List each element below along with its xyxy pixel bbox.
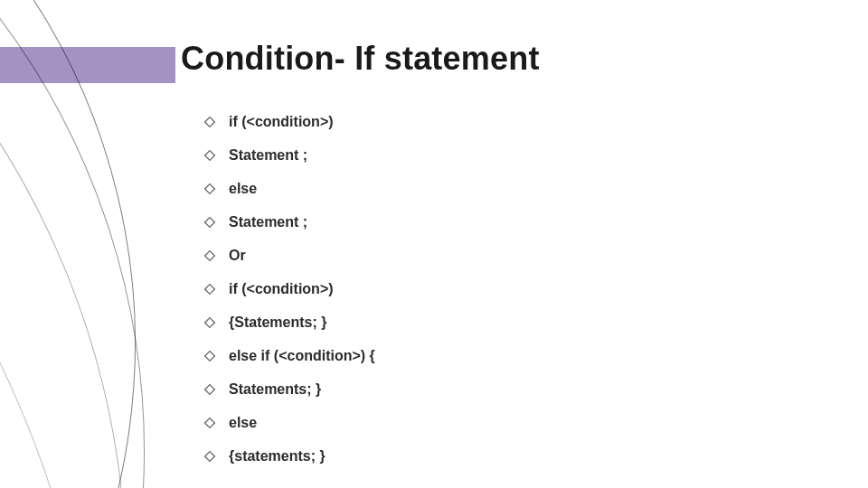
bullet-list: if (<condition>) Statement ; else Statem… bbox=[203, 105, 746, 473]
diamond-bullet-icon bbox=[203, 350, 216, 362]
list-item: Or bbox=[203, 239, 746, 272]
list-item: if (<condition>) bbox=[203, 105, 746, 138]
svg-rect-6 bbox=[205, 317, 215, 327]
diamond-bullet-icon bbox=[203, 316, 216, 329]
list-item-text: else bbox=[229, 181, 257, 197]
diamond-bullet-icon bbox=[203, 216, 216, 229]
list-item: else if (<condition>) { bbox=[203, 339, 746, 372]
svg-rect-0 bbox=[205, 117, 215, 127]
list-item: Statement ; bbox=[203, 205, 746, 239]
svg-rect-7 bbox=[205, 351, 215, 361]
diamond-bullet-icon bbox=[203, 450, 216, 463]
list-item: if (<condition>) bbox=[203, 272, 746, 305]
list-item-text: Statement ; bbox=[229, 147, 307, 164]
diamond-bullet-icon bbox=[203, 249, 216, 262]
svg-rect-4 bbox=[205, 250, 215, 260]
list-item-text: {statements; } bbox=[229, 448, 326, 465]
svg-rect-9 bbox=[205, 418, 215, 427]
diamond-bullet-icon bbox=[203, 383, 216, 396]
svg-rect-5 bbox=[205, 284, 215, 294]
list-item: {Statements; } bbox=[203, 305, 746, 339]
list-item-text: {Statements; } bbox=[229, 314, 326, 331]
slide: Condition- If statement if (<condition>)… bbox=[0, 0, 868, 488]
diamond-bullet-icon bbox=[203, 149, 216, 162]
list-item: Statement ; bbox=[203, 138, 746, 172]
diamond-bullet-icon bbox=[203, 283, 216, 296]
diamond-bullet-icon bbox=[203, 116, 216, 128]
svg-rect-1 bbox=[205, 150, 215, 160]
list-item: else bbox=[203, 172, 746, 205]
title-accent-bar bbox=[0, 47, 175, 83]
list-item: {statements; } bbox=[203, 439, 746, 473]
list-item-text: if (<condition>) bbox=[229, 114, 334, 130]
slide-title: Condition- If statement bbox=[181, 40, 540, 78]
list-item-text: else if (<condition>) { bbox=[229, 348, 375, 364]
svg-rect-8 bbox=[205, 384, 215, 394]
list-item-text: else bbox=[229, 415, 257, 431]
svg-rect-10 bbox=[205, 451, 215, 461]
list-item-text: Statements; } bbox=[229, 381, 321, 398]
diamond-bullet-icon bbox=[203, 183, 216, 195]
list-item-text: Statement ; bbox=[229, 214, 307, 230]
list-item-text: Or bbox=[229, 248, 246, 264]
list-item: Statements; } bbox=[203, 372, 746, 406]
svg-rect-3 bbox=[205, 217, 215, 227]
diamond-bullet-icon bbox=[203, 417, 216, 429]
svg-rect-2 bbox=[205, 183, 215, 193]
list-item-text: if (<condition>) bbox=[229, 281, 334, 297]
list-item: else bbox=[203, 406, 746, 439]
